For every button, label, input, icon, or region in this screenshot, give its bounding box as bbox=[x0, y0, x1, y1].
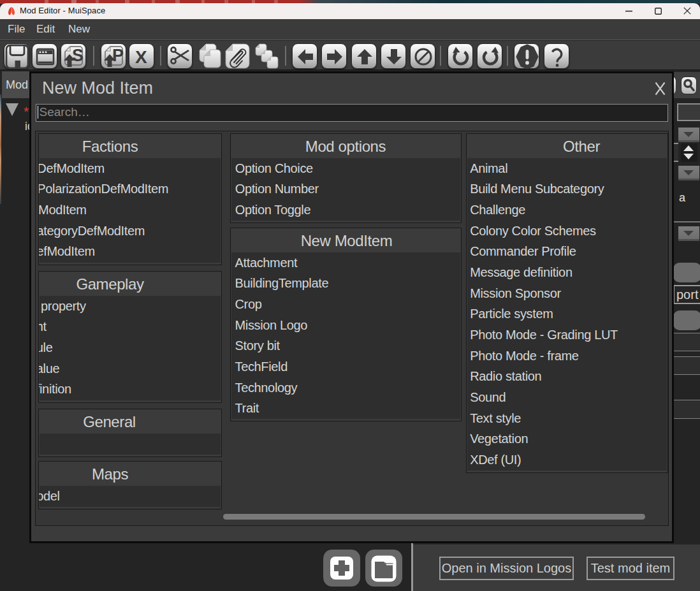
svg-text:X: X bbox=[135, 47, 147, 67]
svg-text:S: S bbox=[72, 46, 84, 65]
svg-text:P: P bbox=[112, 46, 124, 65]
